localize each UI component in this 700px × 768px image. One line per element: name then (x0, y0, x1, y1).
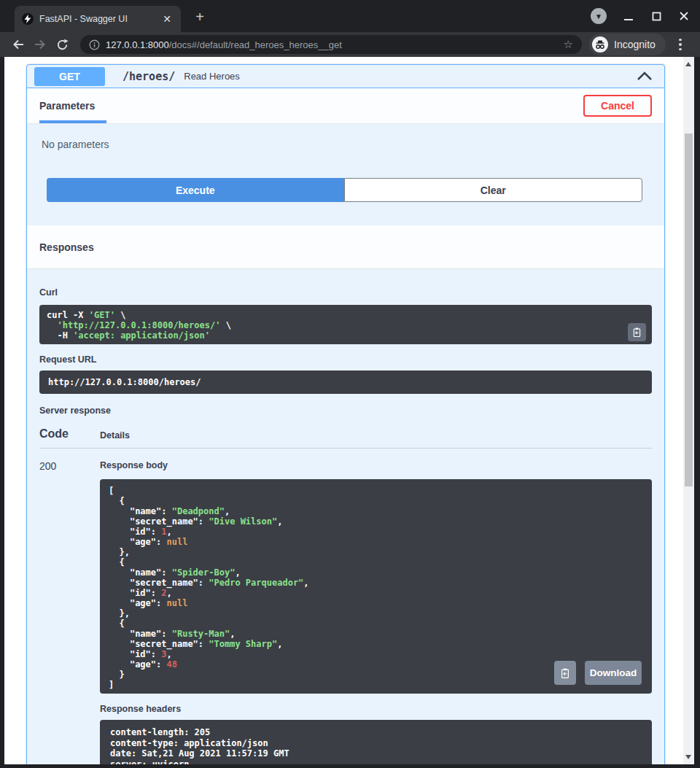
status-code: 200 (39, 460, 100, 764)
code-column-header: Code (39, 427, 100, 441)
no-parameters-text: No parameters (42, 139, 650, 150)
chevron-up-icon[interactable] (637, 71, 653, 81)
scroll-up-icon[interactable] (685, 62, 691, 66)
request-url-block: http://127.0.0.1:8000/heroes/ (39, 371, 652, 394)
download-button[interactable]: Download (585, 661, 642, 685)
response-body-block: [ { "name": "Deadpond", "secret_name": "… (100, 479, 652, 694)
cancel-button[interactable]: Cancel (583, 95, 652, 117)
incognito-badge: Incognito (589, 34, 666, 55)
parameters-section: No parameters Execute Clear (27, 124, 664, 225)
incognito-label: Incognito (614, 39, 656, 50)
browser-tab[interactable]: FastAPI - Swagger UI ✕ (15, 6, 181, 32)
execute-button[interactable]: Execute (47, 178, 344, 202)
menu-icon[interactable] (673, 39, 688, 51)
active-tab-underline (39, 120, 106, 123)
copy-icon[interactable] (554, 661, 576, 685)
url-text[interactable]: 127.0.0.1:8000/docs#/default/read_heroes… (106, 39, 558, 50)
execute-row: Execute Clear (47, 178, 642, 202)
minimize-icon[interactable] (623, 10, 634, 22)
reload-icon[interactable] (51, 34, 73, 55)
responses-header-row: Responses (27, 225, 664, 269)
curl-code: curl -X 'GET' \ 'http://127.0.0.1:8000/h… (47, 310, 645, 341)
clear-button[interactable]: Clear (344, 178, 643, 202)
method-badge: GET (34, 67, 105, 86)
forward-icon[interactable] (29, 34, 51, 55)
server-response-label: Server response (39, 406, 652, 416)
responses-section: Curl curl -X 'GET' \ 'http://127.0.0.1:8… (27, 269, 664, 764)
info-icon[interactable] (89, 39, 100, 50)
tab-parameters[interactable]: Parameters (39, 100, 95, 112)
url-host: 127.0.0.1:8000 (106, 39, 169, 50)
incognito-icon (592, 36, 608, 53)
window-controls: ▼ (591, 0, 700, 32)
copy-icon[interactable] (628, 323, 646, 341)
server-response-table: Code Details 200 Response body [ { "name… (39, 427, 652, 764)
responses-title: Responses (39, 241, 94, 253)
request-url-label: Request URL (39, 354, 652, 365)
details-cell: Response body [ { "name": "Deadpond", "s… (100, 460, 652, 764)
swagger-page: GET /heroes/ Read Heroes Parameters Canc… (4, 57, 683, 764)
vertical-scrollbar[interactable] (683, 57, 694, 764)
opblock-header[interactable]: GET /heroes/ Read Heroes (27, 65, 664, 88)
maximize-icon[interactable] (650, 10, 662, 22)
details-column-header: Details (100, 430, 130, 441)
fastapi-favicon (22, 13, 34, 25)
tab-title: FastAPI - Swagger UI (39, 14, 155, 24)
request-url-value: http://127.0.0.1:8000/heroes/ (48, 377, 643, 387)
tab-close-icon[interactable]: ✕ (160, 12, 174, 26)
response-headers-label: Response headers (100, 704, 652, 714)
response-headers-block: content-length: 205 content-type: applic… (100, 720, 652, 764)
scroll-down-icon[interactable] (685, 755, 691, 759)
back-icon[interactable] (7, 34, 29, 55)
tab-search-caret-icon[interactable]: ▼ (591, 8, 607, 24)
scrollbar-thumb[interactable] (685, 133, 693, 486)
response-body-label: Response body (100, 460, 652, 470)
browser-toolbar: 127.0.0.1:8000/docs#/default/read_heroes… (0, 32, 700, 57)
url-bar[interactable]: 127.0.0.1:8000/docs#/default/read_heroes… (80, 35, 582, 54)
parameters-tab-row: Parameters Cancel (27, 88, 664, 124)
response-headers-text: content-length: 205 content-type: applic… (110, 727, 642, 764)
star-icon[interactable]: ☆ (564, 38, 573, 51)
response-body-json: [ { "name": "Deadpond", "secret_name": "… (109, 486, 643, 690)
endpoint-summary: Read Heroes (184, 71, 240, 82)
table-row: 200 Response body [ { "name": "Deadpond"… (39, 449, 652, 764)
curl-label: Curl (39, 287, 652, 298)
tab-strip: FastAPI - Swagger UI ✕ + ▼ (0, 0, 700, 32)
response-body-actions: Download (554, 661, 642, 685)
table-header: Code Details (39, 427, 652, 449)
endpoint-path: /heroes/ (122, 70, 175, 83)
curl-block: curl -X 'GET' \ 'http://127.0.0.1:8000/h… (39, 305, 652, 344)
window-close-icon[interactable] (678, 10, 690, 22)
url-path: /docs#/default/read_heroes_heroes__get (169, 39, 342, 50)
new-tab-button[interactable]: + (191, 9, 209, 26)
opblock-get-heroes: GET /heroes/ Read Heroes Parameters Canc… (26, 64, 665, 764)
